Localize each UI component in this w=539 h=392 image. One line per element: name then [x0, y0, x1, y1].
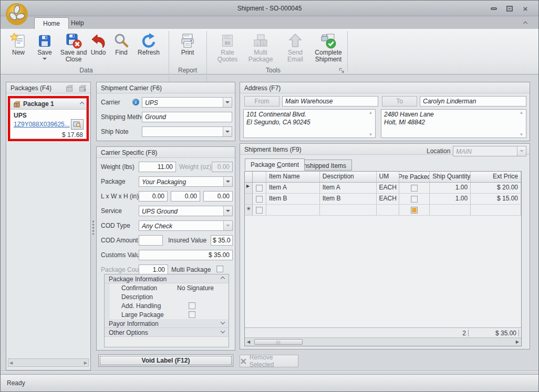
customs-value-input[interactable]: [139, 250, 233, 260]
large-package-row[interactable]: Large Package: [105, 310, 229, 319]
void-label-button[interactable]: Void Label (F12): [98, 354, 233, 367]
chevron-down-icon[interactable]: [223, 177, 232, 186]
splitter-handle[interactable]: [92, 220, 95, 235]
cell-ship-quantity[interactable]: 1.00: [432, 195, 468, 202]
refresh-button[interactable]: Refresh: [134, 30, 163, 71]
dialog-launcher-icon[interactable]: [339, 68, 345, 73]
insured-value-input[interactable]: [211, 235, 233, 246]
length-input[interactable]: [139, 191, 168, 202]
col-item-name[interactable]: Item Name: [266, 172, 320, 182]
restore-button[interactable]: [504, 5, 515, 13]
carrier-select[interactable]: UPS: [142, 97, 232, 108]
package-card[interactable]: Package 1 UPS 1Z9Y088X039625... $ 17.68: [10, 98, 87, 139]
row-select-checkbox[interactable]: [256, 196, 263, 203]
new-button[interactable]: New: [6, 30, 31, 71]
ship-note-select[interactable]: [142, 126, 232, 137]
collapse-ribbon-button[interactable]: [524, 19, 532, 27]
from-name-input[interactable]: [282, 96, 378, 107]
row-select-checkbox[interactable]: [256, 207, 263, 214]
close-button[interactable]: ×: [520, 5, 531, 13]
cell-item-name[interactable]: Item A: [266, 183, 320, 193]
cell-item-name[interactable]: Item B: [266, 194, 320, 204]
cell-description[interactable]: Item B: [320, 194, 377, 204]
service-select[interactable]: UPS Ground: [139, 206, 233, 216]
package-select[interactable]: Your Packaging: [139, 176, 233, 187]
row-select-checkbox[interactable]: [256, 185, 263, 192]
package-count-input[interactable]: [139, 264, 168, 275]
scrollbar-thumb[interactable]: |||: [254, 339, 303, 345]
carrier-label: Carrier: [101, 99, 120, 107]
app-window: Shipment - SO-000045 × Home Help New: [0, 0, 539, 392]
scroll-left-icon[interactable]: ◀: [247, 340, 250, 344]
cell-um[interactable]: EACH: [377, 194, 400, 204]
undo-button[interactable]: Undo: [88, 30, 109, 71]
chevron-down-icon[interactable]: [223, 127, 232, 136]
minimize-button[interactable]: [488, 5, 500, 13]
table-row[interactable]: ▶ Item A Item A EACH 1.00 $ 20.00: [245, 183, 521, 194]
multi-package-label: Multi Package: [171, 266, 211, 274]
cell-ext-price[interactable]: $ 15.00: [473, 195, 518, 202]
package-card-header[interactable]: Package 1: [11, 99, 86, 110]
col-description[interactable]: Description: [320, 172, 377, 182]
app-logo[interactable]: [5, 2, 29, 26]
col-ext-price[interactable]: Ext Price: [471, 172, 521, 182]
to-address-scrollbar[interactable]: ▲▼: [517, 109, 525, 138]
grid-horizontal-scrollbar[interactable]: ◀ ||| ▶: [245, 337, 521, 346]
confirmation-value[interactable]: No Signature: [177, 284, 214, 292]
col-ship-quantity[interactable]: Ship Quantity: [430, 172, 471, 182]
from-address-scrollbar[interactable]: ▲▼: [367, 109, 375, 138]
add-handling-checkbox[interactable]: [189, 302, 195, 309]
chevron-down-icon[interactable]: [223, 206, 232, 216]
tab-package-content[interactable]: Package Content: [245, 158, 305, 171]
description-row[interactable]: Description: [105, 292, 229, 301]
add-package-button[interactable]: [77, 83, 88, 92]
weight-lbs-input[interactable]: [139, 162, 176, 172]
tracking-number-link[interactable]: 1Z9Y088X039625...: [14, 121, 70, 128]
complete-shipment-button[interactable]: Complete Shipment: [313, 30, 344, 71]
cell-um[interactable]: EACH: [377, 183, 400, 193]
other-options-header[interactable]: Other Options: [105, 328, 229, 337]
scroll-right-icon[interactable]: ▶: [516, 340, 519, 344]
large-package-checkbox[interactable]: [189, 311, 195, 318]
save-dropdown-caret[interactable]: [43, 58, 47, 60]
add-handling-row[interactable]: Add. Handling: [105, 301, 229, 310]
scroll-left-icon[interactable]: ◀: [9, 361, 13, 365]
collapse-package-icon[interactable]: [80, 102, 84, 106]
cell-ship-quantity[interactable]: 1.00: [432, 184, 468, 191]
col-pre-packed[interactable]: Pre Packed: [399, 172, 430, 182]
to-name-input[interactable]: [420, 96, 526, 107]
remove-package-button[interactable]: [64, 83, 75, 92]
col-um[interactable]: UM: [377, 172, 400, 182]
cell-description[interactable]: Item A: [320, 183, 377, 193]
send-email-icon: [286, 33, 304, 49]
scroll-down-icon[interactable]: ▼: [520, 132, 524, 137]
print-button[interactable]: Print: [174, 30, 201, 71]
width-input[interactable]: [171, 191, 200, 202]
save-and-close-button[interactable]: Save and Close: [59, 30, 88, 71]
scroll-down-icon[interactable]: ▼: [369, 132, 373, 137]
scroll-up-icon[interactable]: ▲: [369, 110, 373, 115]
scroll-up-icon[interactable]: ▲: [520, 110, 524, 115]
table-new-row[interactable]: ✳: [245, 205, 521, 216]
to-address-textarea[interactable]: 2480 Haven Lane Holt, MI 48842: [381, 109, 526, 138]
save-button[interactable]: Save: [33, 30, 56, 71]
cod-amount-input[interactable]: [139, 235, 163, 246]
weight-oz-label: Weight (oz): [179, 163, 211, 172]
package-information-header[interactable]: Package Information: [105, 274, 229, 283]
tab-help[interactable]: Help: [63, 17, 92, 29]
payor-information-header[interactable]: Payor Information: [105, 319, 229, 328]
find-button[interactable]: Find: [111, 30, 132, 71]
scroll-right-icon[interactable]: ▶: [84, 361, 87, 365]
from-address-textarea[interactable]: 101 Continental Blvd. El Segundo, CA 902…: [243, 109, 376, 138]
pre-packed-pending-checkbox[interactable]: [411, 207, 418, 214]
label-preview-button[interactable]: [71, 119, 84, 130]
packages-horizontal-scrollbar[interactable]: ◀ ▶: [8, 358, 89, 367]
shipping-method-input[interactable]: [142, 112, 232, 122]
shipping-method-label: Shipping Method: [101, 113, 148, 122]
cell-ext-price[interactable]: $ 20.00: [473, 184, 518, 191]
table-row[interactable]: Item B Item B EACH 1.00 $ 15.00: [245, 194, 521, 205]
chevron-down-icon[interactable]: [223, 98, 232, 107]
height-input[interactable]: [203, 191, 233, 202]
confirmation-row[interactable]: Confirmation No Signature: [105, 283, 229, 292]
info-icon[interactable]: i: [132, 99, 139, 105]
